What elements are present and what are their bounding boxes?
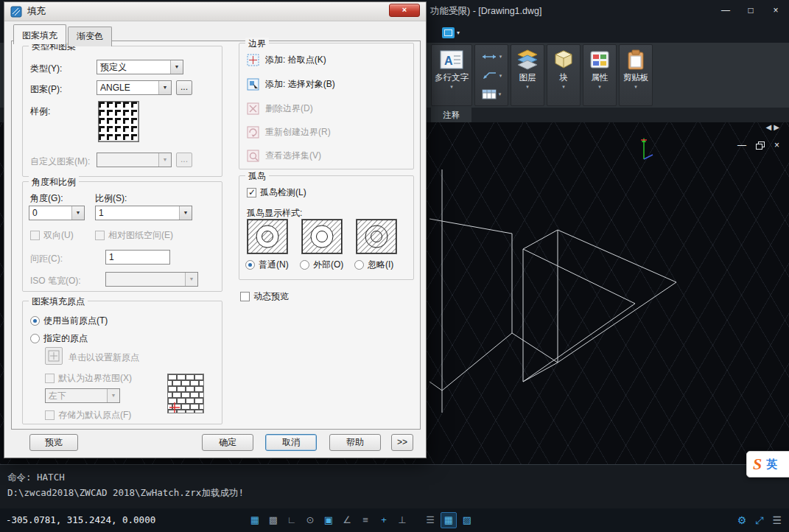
chevron-down-icon[interactable]: ▾	[457, 29, 460, 36]
double-hatch-label: 双向(U)	[43, 229, 74, 242]
pattern-sample-swatch[interactable]	[98, 101, 139, 142]
cancel-button[interactable]: 取消	[265, 434, 317, 451]
tab-hatch-pattern[interactable]: 图案填充	[13, 24, 66, 44]
add-pick-points-item[interactable]: 添加: 拾取点(K)	[247, 54, 326, 66]
window-controls: — □ ×	[720, 4, 782, 17]
dialog-tab-panel: 类型和图案 类型(Y): 预定义 ▼ 图案(P): ANGLE ▼ ... 样例…	[11, 41, 421, 430]
block-icon	[553, 49, 575, 71]
command-line-panel[interactable]: 命令: HATCH D:\zwcad2018\ZWCAD 2018\ZwHatc…	[0, 464, 789, 508]
chevron-down-icon[interactable]: ▼	[170, 60, 183, 74]
doc-tab-arrows[interactable]: ◀▶	[766, 123, 782, 131]
scale-combobox[interactable]: 1 ▼	[95, 206, 192, 220]
add-select-objects-item[interactable]: 添加: 选择对象(B)	[247, 78, 335, 91]
dyn-toggle-icon[interactable]: +	[376, 512, 392, 528]
custom-pattern-label: 自定义图案(M):	[30, 155, 90, 168]
island-ignore-radio[interactable]: 忽略(I)	[354, 259, 393, 271]
panel-toggle-icon[interactable]	[442, 27, 455, 38]
model-toggle-icon[interactable]: ▦	[441, 512, 457, 528]
island-normal-radio[interactable]: 普通(N)	[245, 259, 289, 271]
ribbon-layers-button[interactable]: 图层 ▾	[511, 44, 544, 106]
chevron-down-icon[interactable]: ▼	[158, 81, 171, 94]
group-legend: 角度和比例	[29, 176, 79, 189]
tab-annotation[interactable]: 注释	[431, 108, 471, 122]
boundary-item-label: 添加: 选择对象(B)	[265, 78, 335, 91]
osnap-toggle-icon[interactable]: ▣	[320, 512, 337, 528]
ribbon-block-button[interactable]: 块 ▾	[547, 44, 581, 106]
minimize-button[interactable]: —	[720, 4, 732, 17]
command-line-1: 命令: HATCH	[7, 469, 782, 485]
chevron-down-icon[interactable]: ▼	[71, 206, 84, 220]
tab-gradient[interactable]: 渐变色	[68, 27, 112, 46]
fullscreen-icon[interactable]: ⤢	[755, 512, 763, 528]
gear-icon[interactable]: ⚙	[737, 512, 747, 528]
radio-icon	[30, 316, 40, 326]
clipboard-icon	[625, 49, 647, 71]
layout-toggle-icon[interactable]: ▨	[459, 512, 475, 528]
leader-button[interactable]: ▾	[477, 67, 506, 84]
ribbon-properties-button[interactable]: 属性 ▾	[583, 44, 617, 106]
otrack-toggle-icon[interactable]: ∠	[339, 512, 355, 528]
layers-icon	[515, 49, 540, 71]
ucs-toggle-icon[interactable]: ⊥	[394, 512, 410, 528]
doc-restore-button[interactable]	[756, 141, 765, 150]
pattern-combobox[interactable]: ANGLE ▼	[97, 80, 172, 95]
island-detection-checkbox[interactable]: 孤岛检测(L)	[247, 186, 306, 199]
chevron-down-icon: ▾	[526, 83, 529, 90]
use-current-origin-radio[interactable]: 使用当前原点(T)	[30, 315, 108, 327]
lineweight-toggle-icon[interactable]: ≡	[357, 512, 374, 528]
tab-left-icon[interactable]: ◀	[766, 123, 774, 131]
chevron-down-icon: ▾	[499, 91, 502, 97]
statusbar: -305.0781, 315.2424, 0.0000 ▦ ▩ ∟ ⊙ ▣ ∠ …	[0, 508, 789, 532]
tab-right-icon[interactable]: ▶	[774, 123, 782, 131]
relative-paperspace-label: 相对图纸空间(E)	[108, 229, 173, 242]
dimension-button[interactable]: ▾	[477, 48, 506, 65]
ime-widget[interactable]: S 英	[746, 451, 789, 477]
default-extents-label: 默认为边界范围(X)	[58, 372, 132, 385]
polar-toggle-icon[interactable]: ⊙	[302, 512, 318, 528]
ribbon-label: 属性	[592, 72, 609, 83]
type-combobox[interactable]: 预定义 ▼	[97, 60, 183, 74]
dialog-titlebar[interactable]: 填充	[4, 2, 426, 21]
dimension-icon	[481, 52, 497, 61]
ribbon-clipboard-button[interactable]: 剪贴板 ▾	[619, 44, 653, 106]
chevron-down-icon[interactable]: ▼	[179, 206, 192, 220]
ribbon-label: 块	[559, 72, 568, 83]
island-outer-radio[interactable]: 外部(O)	[300, 259, 343, 271]
select-objects-icon	[247, 78, 259, 91]
zwcad-window: 功能受限) - [Drawing1.dwg] — □ × ▾ A 多行文字 ▾	[0, 0, 789, 532]
ribbon-label: 剪贴板	[623, 72, 649, 83]
ribbon-mtext-button[interactable]: A 多行文字 ▾	[431, 44, 472, 106]
iso-pen-width-combobox: ▼	[105, 272, 198, 287]
island-outer-image[interactable]	[301, 219, 343, 254]
chevron-down-icon: ▾	[499, 53, 502, 60]
spacing-label: 间距(C):	[30, 253, 63, 265]
snap-toggle-icon[interactable]: ▩	[265, 512, 281, 528]
ortho-toggle-icon[interactable]: ∟	[284, 512, 300, 528]
leader-icon	[481, 71, 497, 80]
angle-combobox[interactable]: 0 ▼	[29, 206, 85, 220]
table-button[interactable]: ▾	[477, 85, 506, 102]
menu-icon[interactable]: ☰	[772, 512, 782, 528]
grid-toggle-icon[interactable]: ▦	[247, 512, 263, 528]
doc-minimize-button[interactable]: —	[737, 140, 746, 150]
pattern-browse-button[interactable]: ...	[176, 80, 192, 95]
angle-label: 角度(G):	[30, 192, 63, 205]
preview-button[interactable]: 预览	[29, 434, 78, 451]
dialog-close-button[interactable]: ×	[389, 4, 420, 17]
spacing-field[interactable]: 1	[105, 250, 170, 265]
specified-origin-radio[interactable]: 指定的原点	[30, 332, 88, 345]
island-normal-image[interactable]	[247, 219, 288, 254]
maximize-button[interactable]: □	[745, 4, 757, 17]
doc-close-button[interactable]: ×	[774, 140, 779, 150]
island-ignore-image[interactable]	[356, 219, 397, 254]
origin-preview-swatch	[167, 374, 204, 413]
help-button[interactable]: 帮助	[329, 434, 381, 451]
more-options-button[interactable]: >>	[391, 434, 413, 451]
sogou-logo-icon: S	[753, 456, 762, 472]
remove-boundary-icon	[247, 102, 259, 115]
dynamic-preview-checkbox[interactable]: 动态预览	[240, 290, 289, 303]
close-button[interactable]: ×	[770, 4, 782, 17]
ok-button[interactable]: 确定	[202, 434, 253, 451]
type-pattern-group: 类型和图案 类型(Y): 预定义 ▼ 图案(P): ANGLE ▼ ... 样例…	[22, 46, 222, 177]
menu-toggle-icon[interactable]: ☰	[422, 512, 438, 528]
